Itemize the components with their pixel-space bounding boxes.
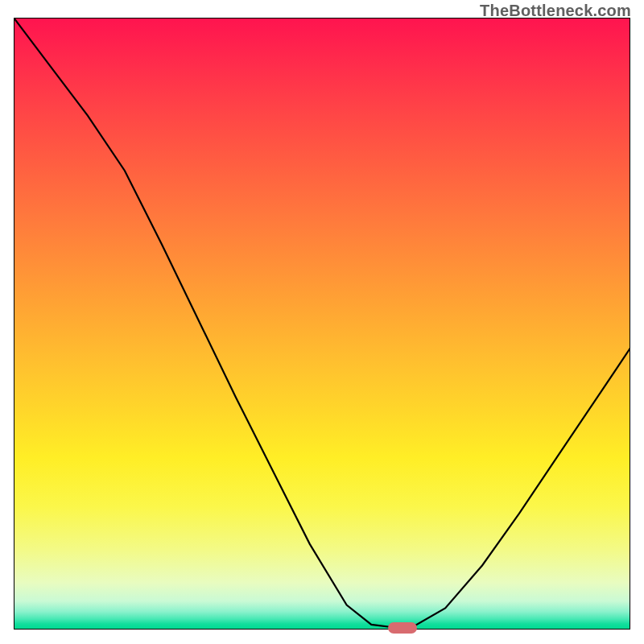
- chart-container: TheBottleneck.com: [0, 0, 644, 644]
- plot-area: [14, 18, 630, 630]
- highlight-marker: [388, 622, 417, 634]
